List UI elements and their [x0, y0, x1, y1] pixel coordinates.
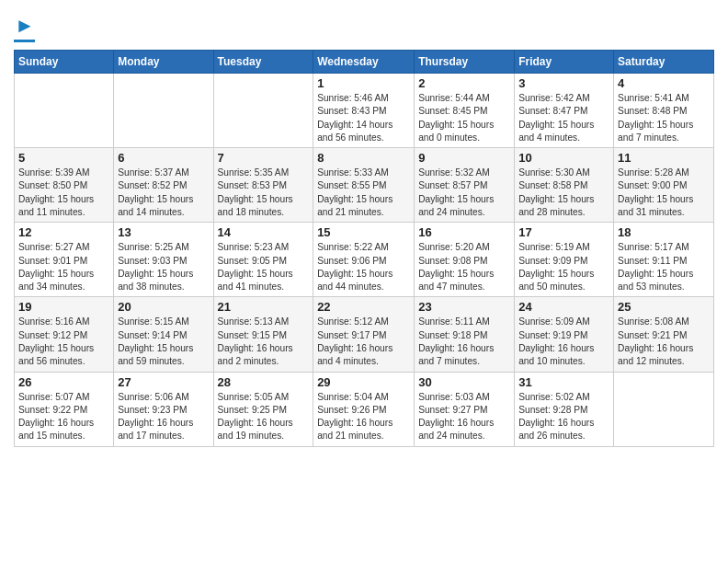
calendar-week-row: 19Sunrise: 5:16 AMSunset: 9:12 PMDayligh… [15, 297, 714, 372]
day-number: 11 [618, 151, 710, 165]
calendar-cell: 17Sunrise: 5:19 AMSunset: 9:09 PMDayligh… [515, 223, 614, 297]
cell-info: Sunrise: 5:27 AMSunset: 9:01 PMDaylight:… [18, 241, 109, 293]
day-number: 2 [418, 76, 510, 90]
day-number: 10 [518, 151, 609, 165]
calendar-cell: 13Sunrise: 5:25 AMSunset: 9:03 PMDayligh… [114, 223, 213, 297]
calendar-header-row: SundayMondayTuesdayWednesdayThursdayFrid… [15, 51, 714, 74]
cell-info: Sunrise: 5:44 AMSunset: 8:45 PMDaylight:… [418, 92, 510, 144]
cell-info: Sunrise: 5:42 AMSunset: 8:47 PMDaylight:… [518, 92, 609, 144]
cell-info: Sunrise: 5:04 AMSunset: 9:26 PMDaylight:… [317, 391, 410, 443]
day-number: 23 [418, 300, 510, 314]
day-number: 18 [618, 225, 710, 239]
day-number: 27 [118, 375, 209, 389]
calendar-cell: 21Sunrise: 5:13 AMSunset: 9:15 PMDayligh… [213, 297, 313, 372]
day-number: 6 [118, 151, 209, 165]
calendar-week-row: 1Sunrise: 5:46 AMSunset: 8:43 PMDaylight… [15, 74, 714, 148]
day-of-week-header: Tuesday [213, 51, 313, 74]
calendar-cell: 29Sunrise: 5:04 AMSunset: 9:26 PMDayligh… [313, 372, 415, 446]
day-number: 17 [518, 225, 609, 239]
cell-info: Sunrise: 5:23 AMSunset: 9:05 PMDaylight:… [218, 241, 310, 293]
calendar-cell: 20Sunrise: 5:15 AMSunset: 9:14 PMDayligh… [114, 297, 213, 372]
calendar-cell: 19Sunrise: 5:16 AMSunset: 9:12 PMDayligh… [15, 297, 114, 372]
calendar-cell: 24Sunrise: 5:09 AMSunset: 9:19 PMDayligh… [515, 297, 614, 372]
day-number: 19 [18, 300, 109, 314]
calendar-cell: 31Sunrise: 5:02 AMSunset: 9:28 PMDayligh… [515, 372, 614, 446]
calendar-cell: 28Sunrise: 5:05 AMSunset: 9:25 PMDayligh… [213, 372, 313, 446]
cell-info: Sunrise: 5:09 AMSunset: 9:19 PMDaylight:… [518, 316, 609, 368]
cell-info: Sunrise: 5:25 AMSunset: 9:03 PMDaylight:… [118, 241, 209, 293]
header: ► [14, 9, 714, 42]
calendar-cell [114, 74, 213, 148]
logo-underline [14, 40, 35, 42]
day-number: 9 [418, 151, 510, 165]
calendar-cell: 9Sunrise: 5:32 AMSunset: 8:57 PMDaylight… [415, 148, 515, 223]
cell-info: Sunrise: 5:32 AMSunset: 8:57 PMDaylight:… [418, 167, 510, 219]
cell-info: Sunrise: 5:46 AMSunset: 8:43 PMDaylight:… [317, 92, 410, 144]
cell-info: Sunrise: 5:06 AMSunset: 9:23 PMDaylight:… [118, 391, 209, 443]
day-number: 21 [218, 300, 310, 314]
calendar: SundayMondayTuesdayWednesdayThursdayFrid… [14, 50, 714, 447]
calendar-cell: 25Sunrise: 5:08 AMSunset: 9:21 PMDayligh… [614, 297, 714, 372]
calendar-week-row: 12Sunrise: 5:27 AMSunset: 9:01 PMDayligh… [15, 223, 714, 297]
day-number: 16 [418, 225, 510, 239]
cell-info: Sunrise: 5:07 AMSunset: 9:22 PMDaylight:… [18, 391, 109, 443]
day-number: 30 [418, 375, 510, 389]
day-number: 8 [317, 151, 410, 165]
calendar-cell: 10Sunrise: 5:30 AMSunset: 8:58 PMDayligh… [515, 148, 614, 223]
day-of-week-header: Wednesday [313, 51, 415, 74]
calendar-cell: 27Sunrise: 5:06 AMSunset: 9:23 PMDayligh… [114, 372, 213, 446]
day-of-week-header: Thursday [415, 51, 515, 74]
calendar-cell: 2Sunrise: 5:44 AMSunset: 8:45 PMDaylight… [415, 74, 515, 148]
day-of-week-header: Saturday [614, 51, 714, 74]
calendar-cell: 15Sunrise: 5:22 AMSunset: 9:06 PMDayligh… [313, 223, 415, 297]
cell-info: Sunrise: 5:08 AMSunset: 9:21 PMDaylight:… [618, 316, 710, 368]
cell-info: Sunrise: 5:22 AMSunset: 9:06 PMDaylight:… [317, 241, 410, 293]
cell-info: Sunrise: 5:33 AMSunset: 8:55 PMDaylight:… [317, 167, 410, 219]
day-number: 24 [518, 300, 609, 314]
calendar-cell: 4Sunrise: 5:41 AMSunset: 8:48 PMDaylight… [614, 74, 714, 148]
cell-info: Sunrise: 5:03 AMSunset: 9:27 PMDaylight:… [418, 391, 510, 443]
calendar-cell: 6Sunrise: 5:37 AMSunset: 8:52 PMDaylight… [114, 148, 213, 223]
cell-info: Sunrise: 5:15 AMSunset: 9:14 PMDaylight:… [118, 316, 209, 368]
calendar-cell [614, 372, 714, 446]
day-number: 14 [218, 225, 310, 239]
day-number: 28 [218, 375, 310, 389]
day-number: 29 [317, 375, 410, 389]
day-number: 12 [18, 225, 109, 239]
calendar-cell: 3Sunrise: 5:42 AMSunset: 8:47 PMDaylight… [515, 74, 614, 148]
day-number: 5 [18, 151, 109, 165]
calendar-cell: 1Sunrise: 5:46 AMSunset: 8:43 PMDaylight… [313, 74, 415, 148]
calendar-week-row: 5Sunrise: 5:39 AMSunset: 8:50 PMDaylight… [15, 148, 714, 223]
day-number: 31 [518, 375, 609, 389]
day-of-week-header: Friday [515, 51, 614, 74]
day-number: 7 [218, 151, 310, 165]
calendar-cell: 11Sunrise: 5:28 AMSunset: 9:00 PMDayligh… [614, 148, 714, 223]
day-of-week-header: Monday [114, 51, 213, 74]
calendar-cell [15, 74, 114, 148]
day-number: 3 [518, 76, 609, 90]
cell-info: Sunrise: 5:30 AMSunset: 8:58 PMDaylight:… [518, 167, 609, 219]
day-of-week-header: Sunday [15, 51, 114, 74]
calendar-cell: 30Sunrise: 5:03 AMSunset: 9:27 PMDayligh… [415, 372, 515, 446]
day-number: 26 [18, 375, 109, 389]
calendar-cell [213, 74, 313, 148]
calendar-cell: 8Sunrise: 5:33 AMSunset: 8:55 PMDaylight… [313, 148, 415, 223]
logo-arrow-icon: ► [15, 14, 35, 38]
cell-info: Sunrise: 5:16 AMSunset: 9:12 PMDaylight:… [18, 316, 109, 368]
calendar-cell: 16Sunrise: 5:20 AMSunset: 9:08 PMDayligh… [415, 223, 515, 297]
calendar-cell: 23Sunrise: 5:11 AMSunset: 9:18 PMDayligh… [415, 297, 515, 372]
cell-info: Sunrise: 5:35 AMSunset: 8:53 PMDaylight:… [218, 167, 310, 219]
day-number: 13 [118, 225, 209, 239]
calendar-cell: 14Sunrise: 5:23 AMSunset: 9:05 PMDayligh… [213, 223, 313, 297]
calendar-cell: 7Sunrise: 5:35 AMSunset: 8:53 PMDaylight… [213, 148, 313, 223]
cell-info: Sunrise: 5:19 AMSunset: 9:09 PMDaylight:… [518, 241, 609, 293]
day-number: 1 [317, 76, 410, 90]
calendar-cell: 26Sunrise: 5:07 AMSunset: 9:22 PMDayligh… [15, 372, 114, 446]
cell-info: Sunrise: 5:37 AMSunset: 8:52 PMDaylight:… [118, 167, 209, 219]
calendar-cell: 22Sunrise: 5:12 AMSunset: 9:17 PMDayligh… [313, 297, 415, 372]
cell-info: Sunrise: 5:05 AMSunset: 9:25 PMDaylight:… [218, 391, 310, 443]
cell-info: Sunrise: 5:11 AMSunset: 9:18 PMDaylight:… [418, 316, 510, 368]
day-number: 4 [618, 76, 710, 90]
day-number: 22 [317, 300, 410, 314]
day-number: 15 [317, 225, 410, 239]
